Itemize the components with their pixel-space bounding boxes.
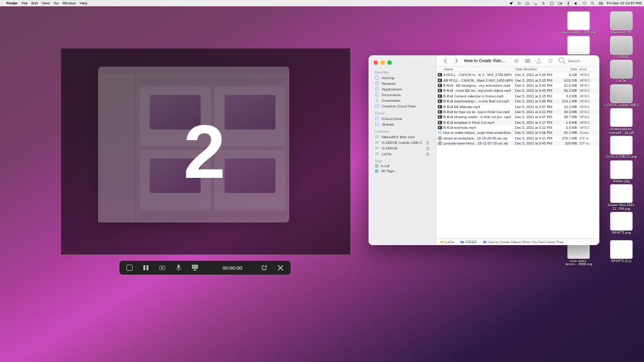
- close-window-icon[interactable]: [374, 60, 378, 65]
- forward-button[interactable]: [453, 57, 460, 65]
- table-row[interactable]: B-Roll - EE backgrou...ncy animations.mp…: [436, 83, 599, 88]
- sidebar-item-gdrive[interactable]: G-DRIVE: [369, 145, 436, 151]
- location-icon[interactable]: [509, 1, 513, 6]
- mic-icon[interactable]: [174, 263, 184, 273]
- desktop-drive[interactable]: LaCie: [602, 60, 640, 83]
- eject-icon[interactable]: [426, 141, 430, 145]
- sidebar-item-gdrive-mobile[interactable]: G-DRIVE mobile USB-C: [369, 140, 436, 145]
- sidebar-item-all-tags[interactable]: All Tags...: [369, 168, 436, 173]
- table-row[interactable]: B-Roll for how my te...tup in Final Cut.…: [436, 109, 599, 114]
- search-input[interactable]: [568, 59, 594, 63]
- sidebar-item-documents[interactable]: Documents: [369, 92, 436, 97]
- wifi-icon[interactable]: [582, 1, 587, 6]
- tag-button[interactable]: [547, 57, 554, 65]
- cc-icon[interactable]: [550, 1, 554, 6]
- share-button[interactable]: [535, 57, 543, 65]
- desktop-file[interactable]: Webex.pkg: [602, 160, 640, 184]
- svg-point-13: [375, 76, 379, 80]
- sidebar-item-label: Documents: [382, 93, 401, 97]
- pause-button[interactable]: [141, 263, 151, 273]
- menu-window[interactable]: Window: [62, 1, 75, 5]
- marker-icon[interactable]: [190, 263, 200, 273]
- screen-record-controls[interactable]: 00:00:00: [119, 261, 291, 275]
- screen-record-selection[interactable]: 2: [61, 48, 350, 255]
- sidebar-item-downloads[interactable]: Downloads: [369, 97, 436, 103]
- table-row[interactable]: B-Roll downloading i...m into final cut.…: [436, 99, 599, 104]
- col-header-size[interactable]: Size: [557, 67, 577, 71]
- group-button[interactable]: [524, 57, 531, 65]
- menu-view[interactable]: View: [42, 1, 50, 5]
- table-row[interactable]: youtube-lower-third-...23-11-37-10-utc.z…: [436, 141, 599, 146]
- camera-icon[interactable]: [558, 1, 562, 6]
- sidebar-item-tag-broll[interactable]: b-roll: [369, 163, 436, 168]
- col-header-date[interactable]: Date Modified: [516, 67, 558, 71]
- table-row[interactable]: B-Roll template in Final Cut.mp4Dec 5, 2…: [436, 120, 599, 125]
- sidebar-item-lacie[interactable]: LaCie: [369, 151, 436, 156]
- signature-icon[interactable]: [533, 1, 538, 6]
- app-menu[interactable]: Finder: [6, 1, 18, 5]
- finder-path-bar[interactable]: LaCie › FREER › How to Create Videos Whe…: [436, 238, 599, 245]
- restart-button[interactable]: [259, 263, 269, 273]
- bluetooth-icon[interactable]: [566, 1, 570, 6]
- col-header-name[interactable]: Name: [438, 67, 516, 71]
- menu-help[interactable]: Help: [80, 1, 87, 5]
- close-button[interactable]: [275, 263, 286, 273]
- desktop-file[interactable]: GOALS CHECK.png: [602, 136, 640, 159]
- table-row[interactable]: B-Roll EE Website.mp4Dec 5, 2021 at 3:37…: [436, 104, 599, 109]
- volume-icon[interactable]: [574, 1, 579, 6]
- sidebar-item-shared[interactable]: Shared: [369, 121, 436, 127]
- cloud-icon[interactable]: [525, 1, 530, 6]
- sidebar-item-mac[interactable]: MeredW's Mac mini: [369, 134, 436, 140]
- table-row[interactable]: B-Roll - more EE wo...ing stock videos.m…: [436, 88, 599, 93]
- search-icon[interactable]: [591, 1, 595, 6]
- finder-search[interactable]: [558, 57, 594, 65]
- view-mode-button[interactable]: [513, 57, 520, 65]
- sidebar-item-airdrop[interactable]: AirDrop: [369, 75, 436, 80]
- sidebar-item-creative-cloud[interactable]: Creative Cloud Files: [369, 103, 436, 109]
- s-icon[interactable]: S: [541, 1, 546, 6]
- back-button[interactable]: [441, 57, 449, 65]
- window-controls[interactable]: [369, 59, 436, 69]
- desktop-file[interactable]: noun-publish-...833.svg: [560, 11, 597, 35]
- clock[interactable]: Fri Dec 10 12:57 PM: [607, 1, 641, 5]
- webcam-icon[interactable]: [157, 263, 167, 273]
- table-row[interactable]: B-Roll Content calendar in Notion.mp4Dec…: [436, 94, 599, 99]
- table-row[interactable]: B-Roll-evernote.mp4Dec 5, 2021 at 3:12 P…: [436, 125, 599, 130]
- gear-icon[interactable]: [517, 1, 521, 6]
- finder-column-headers[interactable]: Name Date Modified Size Kind: [436, 67, 599, 72]
- table-row[interactable]: AB ROLL - CANON...Mark 2 MVI_1453.MP4Dec…: [436, 77, 599, 82]
- desktop-file[interactable]: screencapture-nnaradif-...26.pdf: [602, 108, 640, 134]
- file-size: 3.6 MB: [557, 126, 577, 129]
- menubar[interactable]: Finder File Edit View Go Window Help S F…: [0, 0, 644, 6]
- desktop-file[interactable]: WHAT'S (1).p: [602, 240, 640, 266]
- menu-go[interactable]: Go: [53, 1, 58, 5]
- table-row[interactable]: A ROLL - CANON m...rk 2 - MVI_0783.MP4De…: [436, 72, 599, 77]
- desktop-drive[interactable]: G-DRIVE: [602, 36, 640, 59]
- desktop-file[interactable]: WHAT'S.png: [602, 212, 640, 238]
- eject-icon[interactable]: [426, 146, 430, 150]
- desktop-drive[interactable]: Macintosh HD: [602, 11, 640, 35]
- path-crumb[interactable]: LaCie: [440, 240, 454, 244]
- finder-window[interactable]: Favorites AirDrop Recents Applications D…: [369, 55, 599, 245]
- control-center-icon[interactable]: [599, 1, 603, 6]
- tags-icon: [375, 169, 379, 173]
- finder-file-list[interactable]: A ROLL - CANON m...rk 2 - MVI_0783.MP4De…: [436, 72, 599, 238]
- file-date: Dec 5, 2021 at 4:00 PM: [515, 99, 557, 103]
- col-header-kind[interactable]: Kind: [577, 67, 597, 71]
- sidebar-item-icloud-drive[interactable]: iCloud Drive: [369, 116, 436, 121]
- eject-icon[interactable]: [426, 152, 430, 156]
- table-row[interactable]: B-Roll showing makin...in final cut pro …: [436, 114, 599, 119]
- sidebar-item-recents[interactable]: Recents: [369, 80, 436, 86]
- table-row[interactable]: how to make videos...ough time.screenflo…: [436, 130, 599, 135]
- stop-button[interactable]: [125, 263, 135, 273]
- minimize-window-icon[interactable]: [380, 60, 385, 65]
- desktop-file[interactable]: Screen Shot 2021-12...PM.png: [602, 184, 640, 211]
- path-crumb[interactable]: FREER: [460, 240, 477, 244]
- menu-edit[interactable]: Edit: [31, 1, 38, 5]
- menu-file[interactable]: File: [21, 1, 28, 5]
- table-row[interactable]: stress-at-workplace...19-18-29-05-utc.zi…: [436, 136, 599, 141]
- zoom-window-icon[interactable]: [387, 60, 392, 65]
- sidebar-item-applications[interactable]: Applications: [369, 86, 436, 92]
- desktop-drive[interactable]: G-DRIVE mobile USB-C: [602, 84, 640, 107]
- path-crumb[interactable]: How to Create Videos When You Don't Have…: [483, 240, 564, 244]
